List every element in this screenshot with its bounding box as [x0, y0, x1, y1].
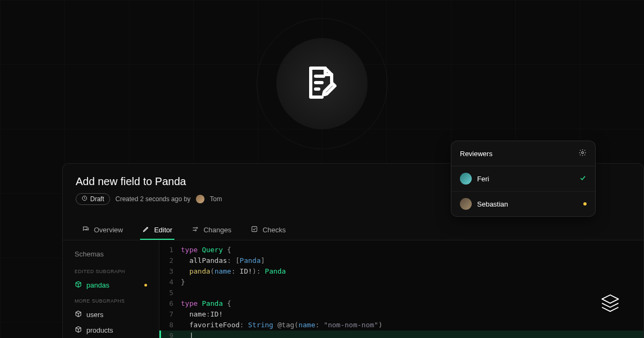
line-number: 3: [159, 266, 181, 277]
tab-checks[interactable]: Checks: [248, 220, 288, 240]
hero-circle: [257, 18, 387, 149]
code-line: 5: [159, 288, 643, 298]
cube-icon: [75, 281, 82, 290]
hero-circle-inner: [276, 38, 368, 129]
code-line: 2 allPandas: [Panda]: [159, 255, 643, 266]
check-square-icon: [251, 225, 258, 234]
sidebar-item-label: products: [86, 326, 113, 334]
line-number: 9: [159, 330, 181, 338]
tab-changes[interactable]: Changes: [189, 220, 233, 240]
code-line-active: 9 |: [159, 330, 643, 338]
code-line: 7 name:ID!: [159, 309, 643, 320]
reviewer-avatar: [460, 198, 472, 210]
pencil-icon: [142, 225, 150, 234]
code-line: 4 }: [159, 277, 643, 288]
reviewer-row[interactable]: Sebastian: [451, 191, 595, 216]
author-avatar: [196, 195, 204, 203]
sidebar-item-products[interactable]: products: [63, 322, 159, 338]
line-number: 5: [159, 288, 181, 298]
sidebar-title: Schemas: [63, 247, 159, 263]
sidebar-item-users[interactable]: users: [63, 307, 159, 322]
created-text: Created 2 seconds ago by: [115, 195, 191, 203]
draft-badge: Draft: [76, 193, 110, 205]
reviewer-name: Sebastian: [477, 200, 508, 208]
modified-dot-icon: [144, 284, 147, 286]
sliders-icon: [192, 225, 199, 234]
gear-icon[interactable]: [579, 149, 587, 158]
line-number: 2: [159, 255, 181, 266]
tab-changes-label: Changes: [203, 226, 231, 234]
reviewer-row[interactable]: Feri: [451, 166, 595, 191]
reviewers-title: Reviewers: [460, 150, 493, 158]
cube-icon: [75, 310, 82, 319]
cube-icon: [75, 326, 82, 335]
author-name: Tom: [210, 195, 222, 203]
code-editor[interactable]: 1 type Query { 2 allPandas: [Panda] 3 pa…: [159, 240, 643, 338]
line-number: 6: [159, 298, 181, 309]
sidebar-item-label: pandas: [86, 281, 109, 289]
chat-icon: [82, 225, 90, 234]
document-edit-icon: [303, 63, 341, 104]
section-more-label: MORE SUBGRAPHS: [63, 293, 159, 307]
clock-icon: [82, 195, 87, 203]
tab-editor-label: Editor: [154, 226, 172, 234]
sidebar-item-label: users: [86, 311, 104, 319]
line-number: 8: [159, 320, 181, 330]
code-line: 1 type Query {: [159, 245, 643, 255]
svg-rect-3: [252, 226, 257, 231]
code-line: 6 type Panda {: [159, 298, 643, 309]
sidebar-item-pandas[interactable]: pandas: [63, 277, 159, 293]
window-body: Schemas EDITED SUBGRAPH pandas MORE SUBG…: [63, 240, 643, 338]
line-number: 7: [159, 309, 181, 320]
line-number: 4: [159, 277, 181, 288]
reviewers-header: Reviewers: [451, 141, 595, 166]
pending-dot-icon: [583, 202, 587, 205]
svg-point-4: [582, 152, 584, 154]
section-edited-label: EDITED SUBGRAPH: [63, 263, 159, 277]
tab-overview-label: Overview: [94, 226, 123, 234]
tab-editor[interactable]: Editor: [140, 220, 174, 240]
brand-logo: [598, 292, 623, 319]
reviewers-panel: Reviewers Feri Sebastian: [451, 141, 596, 217]
svg-point-1: [196, 227, 197, 229]
code-line: 8 favoriteFood: String @tag(name: "nom-n…: [159, 320, 643, 330]
tabs: Overview Editor Changes Checks: [63, 220, 643, 240]
draft-badge-text: Draft: [90, 195, 104, 203]
approved-icon: [579, 174, 587, 183]
reviewer-name: Feri: [477, 175, 489, 183]
code-line: 3 panda(name: ID!): Panda: [159, 266, 643, 277]
line-number: 1: [159, 245, 181, 255]
reviewer-avatar: [460, 173, 472, 185]
tab-checks-label: Checks: [262, 226, 286, 234]
schema-sidebar: Schemas EDITED SUBGRAPH pandas MORE SUBG…: [63, 240, 159, 338]
tab-overview[interactable]: Overview: [80, 220, 125, 240]
svg-point-2: [195, 230, 196, 231]
